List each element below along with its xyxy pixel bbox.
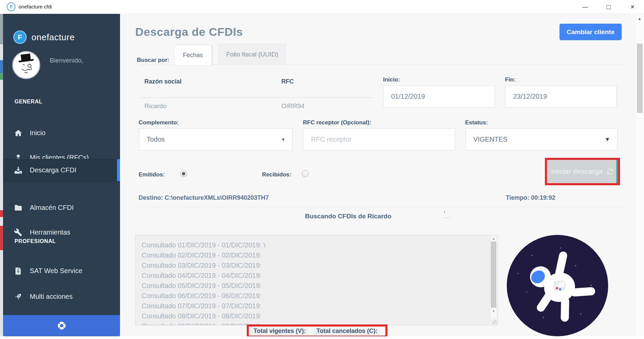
sidebar-item-inicio[interactable]: Inicio	[3, 121, 120, 145]
chevron-down-icon: ▼	[604, 136, 610, 143]
zip-file-icon	[14, 267, 23, 275]
sidebar-item-label: Multi acciones	[30, 293, 73, 300]
download-icon	[14, 166, 23, 175]
window-title: onefacture cfdi	[19, 4, 52, 9]
complemento-value: Todos	[147, 136, 165, 143]
total-vigentes-label: Total vigentes (V):	[254, 328, 306, 335]
status-message: Buscando CFDIs de Ricardo	[252, 213, 445, 220]
user-row: Bienvenido,	[12, 51, 83, 79]
download-button-label: Iniciar descarga	[551, 168, 602, 175]
maximize-button[interactable]: □	[601, 0, 616, 14]
support-button[interactable]	[3, 315, 120, 336]
welcome-text: Bienvenido,	[50, 57, 83, 79]
annotation-box-totals: Total vigentes (V): Total cancelados (C)…	[247, 324, 387, 338]
app-icon[interactable]: F	[7, 2, 16, 11]
home-icon	[14, 129, 23, 138]
section-header-general: GENERAL	[15, 99, 42, 105]
sidebar-item-multi-acciones[interactable]: Multi acciones	[3, 284, 120, 309]
log-scrollbar[interactable]: ▲ ▼	[490, 236, 497, 319]
sidebar-item-label: Almacén CFDI	[30, 204, 74, 212]
brand-name: onefacture	[31, 32, 75, 43]
loading-spinner: ....	[444, 211, 450, 219]
rfc-value: OIRR94	[281, 102, 305, 110]
complemento-label: Complemento:	[139, 119, 179, 126]
rfc-header: RFC	[281, 78, 294, 85]
sliver-segment	[0, 60, 3, 73]
log-scrollbar-thumb[interactable]	[491, 242, 496, 308]
annotation-box-download: Iniciar descarga	[545, 158, 620, 185]
rocket-icon	[14, 292, 23, 301]
emitidos-label: Emitidos:	[139, 171, 165, 178]
inicio-date-input[interactable]	[383, 85, 495, 108]
sidebar-item-label: Descarga CFDI	[30, 166, 76, 174]
recibidos-radio[interactable]	[302, 170, 309, 177]
resize-grip[interactable]	[493, 320, 497, 324]
tab-folio-fiscal[interactable]: Folio fiscal (UUID)	[218, 44, 286, 65]
fin-date-input[interactable]	[505, 85, 617, 108]
section-header-profesional: PROFESIONAL	[15, 238, 56, 244]
sliver-segment	[0, 210, 3, 217]
estatus-label: Estatus:	[465, 119, 488, 126]
life-ring-icon	[57, 321, 67, 331]
close-button[interactable]: ✕	[625, 0, 640, 14]
sidebar-item-label: SAT Web Service	[30, 267, 82, 275]
total-cancelados-label: Total cancelados (C):	[316, 328, 378, 335]
estatus-value: VIGENTES	[473, 136, 507, 143]
background-window-sliver	[0, 0, 3, 339]
folder-icon	[14, 203, 23, 212]
rfc-receptor-label: RFC receptor (Opcional):	[303, 119, 371, 126]
emitidos-radio[interactable]	[180, 170, 187, 177]
log-line: Consultado 08/DIC/2019 - 08/DIC/2019:	[142, 311, 498, 321]
scroll-up-icon[interactable]: ▲	[490, 237, 497, 240]
complemento-select[interactable]: Todos ▼	[139, 128, 293, 151]
tab-fechas[interactable]: Fechas	[174, 45, 212, 65]
titlebar: F onefacture cfdi — □ ✕	[3, 0, 644, 14]
fin-label: Fin:	[505, 76, 516, 83]
razon-social-value: Ricardo	[144, 102, 166, 110]
brand: F onefacture	[13, 30, 75, 44]
sliver-segment	[0, 226, 3, 250]
brand-logo-icon: F	[13, 30, 27, 44]
scroll-down-icon[interactable]: ▼	[490, 310, 497, 313]
sync-icon	[606, 168, 614, 175]
spinner-tick	[444, 211, 445, 213]
window-bottom-edge	[0, 336, 644, 339]
sidebar-item-label: Herramientas	[30, 228, 70, 236]
download-log-textarea[interactable]: Consultado 01/DIC/2019 - 01/DIC/2019: \ …	[135, 235, 498, 325]
destino-path: Destino: C:\onefactureXMLs\OIRR940203TH7	[139, 194, 269, 201]
sidebar-item-descarga-cfdi[interactable]: Descarga CFDI	[3, 159, 120, 181]
total-vigentes-value	[309, 328, 314, 335]
log-line: Consultado 07/DIC/2019 - 07/DIC/2019:	[142, 301, 498, 311]
main-content: Descarga de CFDIs Cambiar cliente Buscar…	[120, 14, 635, 339]
log-line: Consultado 01/DIC/2019 - 01/DIC/2019: \	[142, 240, 498, 250]
sidebar-item-almacen-cfdi[interactable]: Almacén CFDI	[3, 195, 120, 220]
log-line: Consultado 05/DIC/2019 - 05/DIC/2019:	[142, 281, 498, 291]
window-scrollbar[interactable]: ▲	[635, 14, 644, 339]
astronaut-illustration	[506, 235, 609, 337]
window-scrollbar-thumb[interactable]	[637, 44, 643, 113]
minimize-button[interactable]: —	[577, 0, 593, 14]
sliver-segment	[0, 73, 3, 80]
tabs-divider	[140, 65, 625, 65]
razon-social-header: Razón social	[144, 78, 182, 85]
log-line: Consultado 03/DIC/2019 - 03/DIC/2019:	[142, 260, 498, 270]
divider	[135, 207, 625, 207]
total-cancelados-value	[380, 328, 385, 335]
sliver-segment	[0, 14, 3, 44]
scroll-up-icon[interactable]: ▲	[635, 17, 644, 21]
sliver-segment	[0, 0, 3, 14]
sidebar-item-sat-web-service[interactable]: SAT Web Service	[3, 259, 120, 283]
log-line: Consultado 04/DIC/2019 - 04/DIC/2019:	[142, 270, 498, 281]
estatus-select[interactable]: VIGENTES ▼	[465, 128, 618, 151]
change-client-button[interactable]: Cambiar cliente	[559, 24, 622, 40]
sidebar: F onefacture	[3, 14, 120, 339]
sidebar-dark-panel: F onefacture	[3, 14, 120, 315]
client-table-divider	[140, 97, 373, 98]
sidebar-item-efos[interactable]: EFOS	[3, 309, 120, 315]
iniciar-descarga-button[interactable]: Iniciar descarga	[547, 160, 618, 183]
log-line: Consultado 06/DIC/2019 - 06/DIC/2019:	[142, 291, 498, 301]
page-title: Descarga de CFDIs	[135, 25, 243, 39]
rfc-receptor-input[interactable]	[303, 128, 455, 151]
chevron-down-icon: ▼	[281, 137, 285, 142]
tiempo-value: Tiempo: 00:19:92	[506, 194, 555, 201]
